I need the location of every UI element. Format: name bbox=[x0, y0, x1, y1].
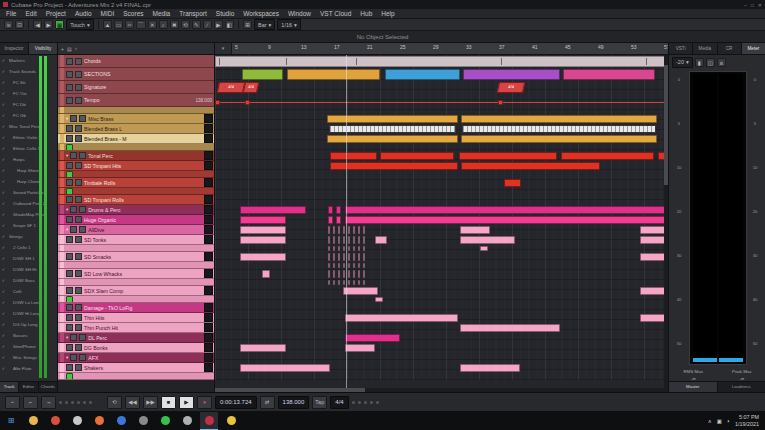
folder-open-icon[interactable]: ▾ bbox=[66, 335, 68, 340]
track-row[interactable]: Signature bbox=[58, 81, 215, 94]
mute-button[interactable] bbox=[70, 354, 77, 361]
automation-lane-row[interactable] bbox=[58, 171, 215, 178]
record-arm-button[interactable] bbox=[66, 188, 73, 195]
arrangement-area[interactable]: ▾59131721252933374145495357 4/44/44/4 bbox=[215, 43, 668, 392]
zoom-tool[interactable]: ⌕ bbox=[159, 20, 168, 29]
visibility-list-item[interactable]: ✓Strings bbox=[0, 231, 58, 242]
folder-open-icon[interactable]: ▾ bbox=[66, 207, 68, 212]
audio-event[interactable] bbox=[348, 263, 350, 268]
solo-button[interactable] bbox=[75, 196, 82, 203]
audio-event[interactable] bbox=[338, 253, 340, 261]
menu-scores[interactable]: Scores bbox=[123, 10, 143, 17]
audio-event[interactable] bbox=[329, 125, 456, 133]
audio-event[interactable] bbox=[353, 246, 355, 251]
automation-lane-row[interactable] bbox=[58, 245, 215, 252]
audio-event[interactable] bbox=[459, 152, 557, 160]
menu-studio[interactable]: Studio bbox=[216, 10, 234, 17]
mute-button[interactable] bbox=[66, 304, 73, 311]
audio-event[interactable] bbox=[328, 216, 333, 224]
audio-event[interactable] bbox=[330, 162, 458, 170]
cubase-icon[interactable] bbox=[200, 412, 218, 430]
solo-button[interactable] bbox=[75, 97, 82, 104]
tab-vsti[interactable]: VSTi bbox=[669, 43, 693, 54]
title-bar[interactable]: Cubase Pro Project - Adventures Mix 2 v4… bbox=[0, 0, 765, 9]
visibility-list-item[interactable]: ✓Scope SF 1 bbox=[0, 220, 58, 231]
audio-event[interactable] bbox=[358, 280, 360, 285]
tab-inspector[interactable]: Inspector bbox=[0, 43, 29, 54]
visibility-list-item[interactable]: ✓Alto Flute bbox=[0, 363, 58, 374]
visibility-check-icon[interactable]: ✓ bbox=[0, 256, 7, 261]
file-explorer-icon[interactable] bbox=[24, 412, 42, 430]
audio-event[interactable] bbox=[328, 280, 330, 285]
solo-button[interactable] bbox=[79, 206, 86, 213]
visibility-check-icon[interactable]: ✓ bbox=[0, 212, 7, 217]
mute-button[interactable] bbox=[70, 226, 77, 233]
time-warp-tool[interactable]: ⟲ bbox=[181, 20, 190, 29]
hub-app-icon[interactable] bbox=[222, 412, 240, 430]
solo-button[interactable] bbox=[75, 314, 82, 321]
audio-event[interactable] bbox=[343, 280, 345, 285]
mute-button[interactable] bbox=[66, 179, 73, 186]
audio-event[interactable] bbox=[353, 280, 355, 285]
audio-event[interactable] bbox=[336, 216, 341, 224]
snap-button[interactable]: ⊞ bbox=[243, 20, 252, 29]
stop-button[interactable]: ■ bbox=[161, 396, 176, 409]
spotify-icon[interactable] bbox=[156, 412, 174, 430]
mute-button[interactable] bbox=[66, 216, 73, 223]
visibility-list-item[interactable]: ✓DGW Hi Long bbox=[0, 308, 58, 319]
audio-event[interactable] bbox=[328, 246, 330, 251]
signature-display[interactable]: 4/4 bbox=[330, 396, 348, 409]
punch-out-icon[interactable]: ¬ bbox=[41, 396, 56, 409]
mute-button[interactable] bbox=[66, 287, 73, 294]
play-button[interactable]: ▶ bbox=[179, 396, 194, 409]
automation-lane-row[interactable] bbox=[58, 279, 215, 286]
menu-transport[interactable]: Transport bbox=[179, 10, 207, 17]
audio-event[interactable] bbox=[328, 206, 333, 214]
range-select-tool[interactable]: ▭ bbox=[114, 20, 123, 29]
visibility-list-item[interactable]: ✓Ethnic Cello 1 bbox=[0, 143, 58, 154]
line-tool[interactable]: ∕ bbox=[203, 20, 212, 29]
track-row[interactable]: SD Timpani Hits bbox=[58, 161, 215, 171]
solo-button[interactable] bbox=[75, 216, 82, 223]
automation-lane-row[interactable] bbox=[58, 373, 215, 380]
visibility-check-icon[interactable]: ✓ bbox=[0, 146, 7, 151]
track-row[interactable]: Huge Organic bbox=[58, 215, 215, 225]
track-row[interactable]: ▾AFX bbox=[58, 353, 215, 363]
audio-event[interactable] bbox=[358, 253, 360, 261]
mute-button[interactable] bbox=[70, 206, 77, 213]
track-row[interactable]: Chords bbox=[58, 55, 215, 68]
draw-tool[interactable]: ✎ bbox=[192, 20, 201, 29]
solo-button[interactable] bbox=[75, 84, 82, 91]
mute-button[interactable] bbox=[66, 84, 73, 91]
track-row[interactable]: ▾DL Perc bbox=[58, 333, 215, 343]
audio-event[interactable] bbox=[333, 236, 335, 244]
visibility-check-icon[interactable]: ✓ bbox=[0, 69, 7, 74]
track-row[interactable]: SD Timpani Rolls bbox=[58, 195, 215, 205]
color-tool[interactable]: ◧ bbox=[225, 20, 234, 29]
folder-open-icon[interactable]: ▾ bbox=[66, 227, 68, 232]
automation-lane-row[interactable] bbox=[58, 296, 215, 303]
solo-button[interactable] bbox=[75, 135, 82, 142]
cycle-marker-event[interactable] bbox=[463, 69, 560, 80]
audio-event[interactable] bbox=[343, 270, 345, 278]
visibility-list-item[interactable]: ✓FC Gb bbox=[0, 110, 58, 121]
audio-event[interactable] bbox=[358, 226, 360, 234]
maximize-button[interactable]: □ bbox=[751, 2, 754, 8]
audio-event[interactable] bbox=[460, 364, 520, 372]
visibility-check-icon[interactable]: ✓ bbox=[0, 366, 7, 371]
track-row[interactable]: ▾Misc Brass bbox=[58, 114, 215, 124]
folder-open-icon[interactable]: ▾ bbox=[66, 116, 68, 121]
quantize-combo[interactable]: 1/16▾ bbox=[277, 19, 300, 30]
audio-event[interactable] bbox=[461, 162, 600, 170]
audio-event[interactable] bbox=[328, 226, 330, 234]
solo-button[interactable] bbox=[75, 324, 82, 331]
tab-master[interactable]: Master bbox=[669, 382, 718, 392]
mute-button[interactable] bbox=[66, 162, 73, 169]
audio-event[interactable] bbox=[343, 226, 345, 234]
cycle-marker-event[interactable] bbox=[242, 69, 283, 80]
solo-button[interactable] bbox=[79, 115, 86, 122]
audio-event[interactable] bbox=[343, 287, 378, 295]
visibility-list-item[interactable]: ✓Basses bbox=[0, 330, 58, 341]
track-row[interactable]: SDX Slam Comp bbox=[58, 286, 215, 296]
visibility-list-item[interactable]: ✓Misc Tonal Perc bbox=[0, 121, 58, 132]
